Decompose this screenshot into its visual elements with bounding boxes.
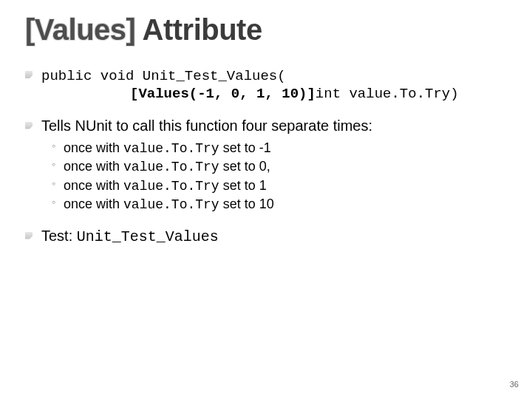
sub-mono: value.To.Try [123, 141, 219, 156]
page-number: 36 [510, 380, 519, 389]
sub-bullet-item: once with value.To.Try set to 0, [52, 158, 507, 176]
sub-pre: once with [64, 140, 123, 155]
title-part-outline: [Values] [25, 13, 135, 46]
title-part-solid: Attribute [143, 13, 262, 46]
sub-pre: once with [64, 178, 123, 193]
explanation-text: Tells NUnit to call this function four s… [41, 117, 372, 134]
sub-pre: once with [64, 159, 123, 174]
sub-post: set to 10 [219, 197, 274, 211]
test-label: Test: [41, 228, 77, 244]
code-values-attr: [Values(-1, 0, 1, 10)] [130, 86, 316, 102]
sub-mono: value.To.Try [123, 160, 219, 174]
code-param-tail: int value.To.Try) [316, 86, 459, 102]
slide-body: public void Unit_Test_Values( [Values(-1… [25, 66, 507, 246]
sub-post: set to -1 [219, 140, 271, 155]
slide: [Values] Attribute public void Unit_Test… [0, 0, 532, 399]
sub-mono: value.To.Try [123, 197, 219, 212]
bullet-test-name: Test: Unit_Test_Values [25, 227, 507, 246]
sub-post: set to 1 [219, 178, 267, 193]
bullet-explanation: Tells NUnit to call this function four s… [25, 117, 507, 214]
code-line-2: [Values(-1, 0, 1, 10)]int value.To.Try) [41, 86, 507, 103]
bullet-code-sample: public void Unit_Test_Values( [Values(-1… [25, 66, 507, 103]
test-mono: Unit_Test_Values [77, 228, 219, 245]
sub-bullet-item: once with value.To.Try set to 10 [52, 196, 507, 214]
sub-post: set to 0, [219, 159, 270, 174]
sub-mono: value.To.Try [123, 179, 219, 194]
sub-bullet-item: once with value.To.Try set to -1 [52, 140, 507, 157]
bullet-list: public void Unit_Test_Values( [Values(-1… [25, 66, 507, 246]
slide-title: [Values] Attribute [25, 13, 507, 47]
sub-bullet-list: once with value.To.Try set to -1 once wi… [52, 140, 507, 214]
code-line-1: public void Unit_Test_Values( [41, 68, 286, 84]
sub-bullet-item: once with value.To.Try set to 1 [52, 177, 507, 195]
sub-pre: once with [64, 197, 123, 211]
